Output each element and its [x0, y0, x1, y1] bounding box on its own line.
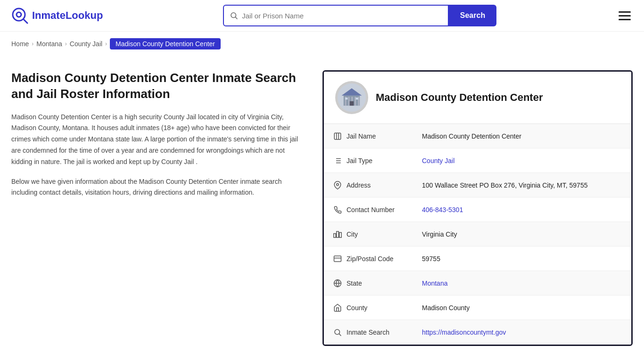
row-value[interactable]: County Jail: [422, 157, 622, 165]
hamburger-line: [619, 11, 631, 13]
chevron-icon: ›: [65, 41, 67, 47]
row-value: 100 Wallace Street PO Box 276, Virginia …: [422, 181, 622, 189]
breadcrumb-current: Madison County Detention Center: [110, 38, 221, 49]
breadcrumb-county-jail[interactable]: County Jail: [70, 40, 102, 48]
list-icon: [333, 156, 347, 165]
svg-rect-27: [337, 231, 339, 238]
search-input-wrapper: [223, 5, 449, 26]
svg-rect-28: [339, 232, 342, 238]
row-value: Madison County Detention Center: [422, 132, 622, 140]
info-row: CountyMadison County: [324, 296, 631, 320]
row-link[interactable]: County Jail: [422, 157, 454, 165]
row-value: Virginia City: [422, 230, 622, 238]
chevron-icon: ›: [32, 41, 33, 47]
zip-icon: [333, 255, 347, 263]
info-row: Address100 Wallace Street PO Box 276, Vi…: [324, 173, 631, 197]
row-label: Contact Number: [347, 206, 422, 214]
row-link[interactable]: Montana: [422, 280, 447, 287]
row-label: Zip/Postal Code: [347, 255, 422, 263]
hamburger-line: [619, 19, 631, 20]
info-row: StateMontana: [324, 271, 631, 296]
breadcrumb: Home › Montana › County Jail › Madison C…: [0, 32, 644, 56]
row-label: County: [347, 304, 422, 312]
logo-text: InmateLookup: [32, 9, 103, 22]
row-label: Inmate Search: [347, 329, 422, 336]
svg-line-34: [339, 334, 341, 336]
row-label: State: [347, 280, 422, 287]
svg-rect-9: [348, 97, 349, 106]
description-2: Below we have given information about th…: [11, 176, 304, 199]
search-input[interactable]: [242, 12, 442, 20]
svg-point-25: [337, 183, 339, 186]
state-icon: [333, 279, 347, 288]
svg-line-4: [236, 17, 238, 19]
svg-rect-15: [356, 98, 358, 99]
breadcrumb-home[interactable]: Home: [11, 40, 29, 48]
row-label: Jail Name: [347, 132, 422, 140]
main-content: Madison County Detention Center Inmate S…: [0, 56, 644, 360]
row-label: Jail Type: [347, 157, 422, 165]
info-row: Contact Number406-843-5301: [324, 197, 631, 222]
breadcrumb-montana[interactable]: Montana: [36, 40, 62, 48]
row-link[interactable]: https://madisoncountymt.gov: [422, 329, 506, 336]
row-value: 59755: [422, 255, 622, 263]
logo-icon: [11, 7, 28, 24]
search-icon: [230, 11, 238, 20]
left-column: Madison County Detention Center Inmate S…: [11, 70, 304, 346]
city-icon: [333, 230, 347, 239]
phone-icon: [333, 206, 347, 214]
header: InmateLookup Search: [0, 0, 644, 32]
page-title: Madison County Detention Center Inmate S…: [11, 70, 304, 102]
info-row: Inmate Searchhttps://madisoncountymt.gov: [324, 320, 631, 345]
row-label: City: [347, 230, 422, 238]
card-title: Madison County Detention Center: [376, 91, 543, 104]
svg-rect-16: [334, 133, 341, 140]
facility-image: [335, 81, 368, 114]
svg-rect-29: [334, 256, 341, 262]
svg-point-33: [335, 329, 340, 335]
info-row: Zip/Postal Code59755: [324, 247, 631, 271]
svg-rect-14: [345, 98, 347, 99]
logo[interactable]: InmateLookup: [11, 7, 103, 24]
svg-rect-13: [350, 101, 354, 106]
svg-line-2: [24, 19, 27, 23]
chevron-icon: ›: [105, 41, 107, 47]
info-card: Madison County Detention Center Jail Nam…: [322, 70, 633, 346]
info-rows: Jail NameMadison County Detention Center…: [324, 124, 631, 345]
search-bar: Search: [223, 5, 496, 26]
hamburger-menu[interactable]: [617, 9, 633, 22]
search-icon: [333, 328, 347, 337]
right-column: Madison County Detention Center Jail Nam…: [322, 70, 633, 346]
facility-building-icon: [338, 83, 366, 112]
hamburger-line: [619, 15, 631, 16]
info-row: Jail TypeCounty Jail: [324, 148, 631, 173]
description-1: Madison County Detention Center is a hig…: [11, 112, 304, 168]
row-link[interactable]: 406-843-5301: [422, 206, 463, 214]
row-value[interactable]: 406-843-5301: [422, 206, 622, 214]
info-row: Jail NameMadison County Detention Center: [324, 124, 631, 148]
card-header: Madison County Detention Center: [324, 72, 631, 124]
jail-icon: [333, 132, 347, 140]
row-label: Address: [347, 181, 422, 189]
svg-point-1: [17, 12, 21, 17]
row-value[interactable]: Montana: [422, 280, 622, 287]
info-row: CityVirginia City: [324, 222, 631, 247]
svg-point-3: [231, 13, 236, 18]
svg-rect-26: [334, 233, 336, 237]
location-icon: [333, 181, 347, 189]
row-value[interactable]: https://madisoncountymt.gov: [422, 329, 622, 336]
row-value: Madison County: [422, 304, 622, 312]
search-button[interactable]: Search: [449, 5, 496, 26]
county-icon: [333, 304, 347, 312]
